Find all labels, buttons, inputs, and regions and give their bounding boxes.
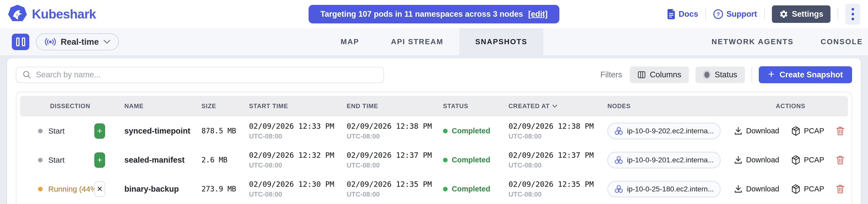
dissection-label: Start <box>48 156 64 165</box>
top-header-bar: Kubeshark Targeting 107 pods in 11 names… <box>0 0 868 28</box>
pause-icon <box>16 37 20 46</box>
node-pill[interactable]: ip-10-0-25-180.ec2.intern... <box>608 181 720 197</box>
end-timezone: UTC-08:00 <box>347 132 439 140</box>
node-pill[interactable]: ip-10-0-9-201.ec2.interna... <box>608 152 720 168</box>
created-timezone: UTC-08:00 <box>508 191 603 198</box>
download-button[interactable]: Download <box>734 156 779 165</box>
docs-label: Docs <box>679 9 698 19</box>
tab-api-stream[interactable]: API STREAM <box>375 28 459 55</box>
search-input[interactable] <box>36 70 377 79</box>
col-size: SIZE <box>197 103 245 110</box>
dissection-state: Running (44%) <box>20 185 79 194</box>
end-timezone: UTC-08:00 <box>347 191 439 198</box>
status-filter-label: Status <box>715 70 737 79</box>
pcap-button[interactable]: PCAP <box>791 126 824 136</box>
header-actions: Docs ? Support Settings <box>667 4 860 25</box>
created-timezone: UTC-08:00 <box>508 162 603 169</box>
edit-targeting-link[interactable]: [edit] <box>528 9 548 19</box>
status-dot-icon <box>443 187 447 192</box>
start-dissection-button[interactable]: + <box>94 152 105 168</box>
content-area: Filters Columns Status + Create Snapshot <box>0 55 868 204</box>
col-end-time: END TIME <box>343 103 439 110</box>
tab-console[interactable]: CONSOLE <box>821 37 863 46</box>
download-label: Download <box>746 156 779 164</box>
header-divider <box>838 8 838 20</box>
brand-name: Kubeshark <box>32 7 96 22</box>
tab-map[interactable]: MAP <box>325 28 375 55</box>
secondary-tabs: NETWORK AGENTS CONSOLE <box>712 37 868 46</box>
pause-capture-button[interactable] <box>12 34 29 50</box>
header-divider <box>705 8 706 20</box>
node-pill[interactable]: ip-10-0-9-202.ec2.interna... <box>608 123 720 139</box>
actions-cell: Download PCAP <box>733 155 848 165</box>
pcap-package-icon <box>791 126 800 136</box>
filters-label: Filters <box>600 70 622 79</box>
start-dissection-button[interactable]: + <box>94 123 105 139</box>
broadcast-icon <box>45 37 56 47</box>
mode-label: Real-time <box>61 37 99 47</box>
snapshot-size: 273.9 MB <box>197 185 245 193</box>
snapshot-name: binary-backup <box>120 184 197 194</box>
status-dot-icon <box>443 129 447 133</box>
settings-button[interactable]: Settings <box>772 5 831 23</box>
snapshot-name: synced-timepoint <box>120 126 197 136</box>
node-name: ip-10-0-9-202.ec2.interna... <box>627 127 714 135</box>
created-at-cell: 02/09/2026 12:37 PM UTC-08:00 <box>504 151 603 169</box>
actions-cell: Download PCAP <box>733 184 848 194</box>
status-filter-button[interactable]: Status <box>695 66 745 83</box>
created-at: 02/09/2026 12:38 PM <box>508 122 603 130</box>
pcap-button[interactable]: PCAP <box>791 155 824 165</box>
created-timezone: UTC-08:00 <box>508 132 603 140</box>
snapshot-name: sealed-manifest <box>120 155 197 165</box>
nodes-cell: ip-10-0-25-180.ec2.intern... <box>603 181 733 197</box>
end-time-cell: 02/09/2026 12:35 PM UTC-08:00 <box>343 180 439 198</box>
col-actions: ACTIONS <box>733 103 848 110</box>
end-time-cell: 02/09/2026 12:38 PM UTC-08:00 <box>343 122 439 140</box>
toolbar-tab-bar: Real-time MAP API STREAM SNAPSHOTS NETWO… <box>0 28 868 55</box>
columns-icon <box>638 71 646 79</box>
start-time-cell: 02/09/2026 12:30 PM UTC-08:00 <box>245 180 343 198</box>
support-link[interactable]: ? Support <box>713 9 757 19</box>
delete-snapshot-button[interactable] <box>836 184 845 194</box>
created-at-cell: 02/09/2026 12:38 PM UTC-08:00 <box>504 122 603 140</box>
stop-dissection-button[interactable]: ✕ <box>94 181 105 197</box>
status-cell: Completed <box>439 127 504 135</box>
download-label: Download <box>746 185 779 193</box>
end-time: 02/09/2026 12:35 PM <box>347 180 439 188</box>
mode-selector[interactable]: Real-time <box>36 33 119 50</box>
download-icon <box>734 185 743 194</box>
create-snapshot-button[interactable]: + Create Snapshot <box>759 66 852 83</box>
download-button[interactable]: Download <box>734 185 779 194</box>
columns-label: Columns <box>650 70 681 79</box>
col-name: NAME <box>120 103 197 110</box>
tab-snapshots[interactable]: SNAPSHOTS <box>459 28 543 55</box>
dissection-dot-icon <box>38 129 43 133</box>
tab-network-agents[interactable]: NETWORK AGENTS <box>712 37 794 46</box>
delete-snapshot-button[interactable] <box>836 155 845 165</box>
col-start-time: START TIME <box>245 103 343 110</box>
download-button[interactable]: Download <box>734 127 779 136</box>
columns-button[interactable]: Columns <box>630 66 689 83</box>
trash-icon <box>836 126 845 136</box>
status-filter-icon <box>704 72 709 78</box>
created-at-cell: 02/09/2026 12:35 PM UTC-08:00 <box>504 180 603 198</box>
dissection-dot-icon <box>38 187 43 192</box>
table-row: Running (44%) ✕ binary-backup 273.9 MB 0… <box>20 174 848 203</box>
delete-snapshot-button[interactable] <box>836 126 845 136</box>
node-name: ip-10-0-9-201.ec2.interna... <box>627 156 714 164</box>
start-time: 02/09/2026 12:33 PM <box>249 122 343 130</box>
col-nodes: NODES <box>603 103 733 110</box>
col-created-at[interactable]: CREATED AT <box>504 103 603 110</box>
search-box <box>16 67 384 83</box>
created-at: 02/09/2026 12:37 PM <box>508 151 603 159</box>
status-badge: Completed <box>452 156 490 164</box>
targeting-banner: Targeting 107 pods in 11 namespaces acro… <box>309 5 559 23</box>
snapshots-panel: Filters Columns Status + Create Snapshot <box>7 58 861 204</box>
node-cluster-icon <box>614 155 623 165</box>
snapshots-table: DISSECTION NAME SIZE START TIME END TIME… <box>16 92 852 204</box>
controls-divider <box>752 67 752 82</box>
pcap-button[interactable]: PCAP <box>791 184 824 194</box>
docs-link[interactable]: Docs <box>667 9 698 19</box>
support-icon: ? <box>713 9 723 19</box>
kebab-menu-icon[interactable] <box>845 4 860 25</box>
